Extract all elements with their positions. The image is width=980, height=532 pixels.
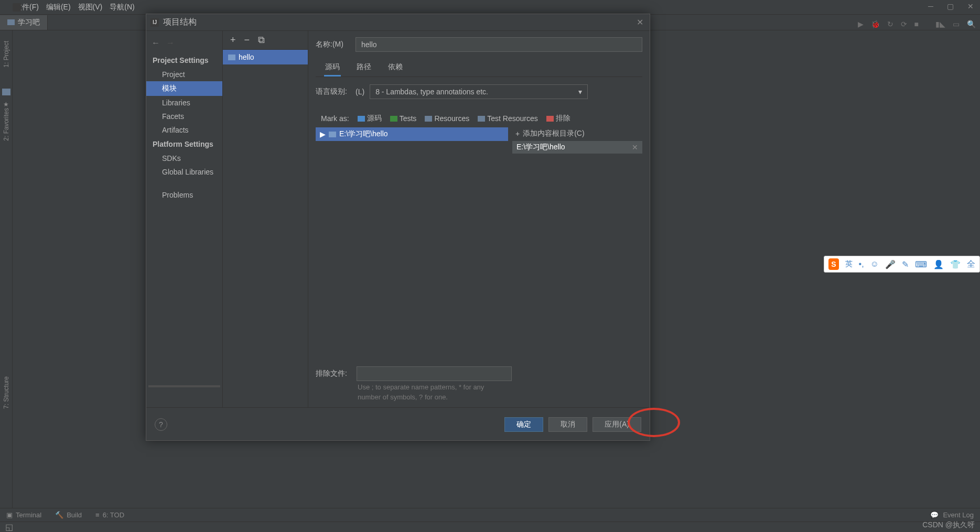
tests-folder-icon bbox=[390, 116, 397, 122]
menu-view[interactable]: 视图(V) bbox=[78, 3, 103, 12]
run-icon[interactable]: ▶ bbox=[858, 20, 864, 28]
resources-folder-icon bbox=[425, 116, 432, 122]
lang-level-label: 语言级别: bbox=[316, 87, 350, 96]
tool-todo[interactable]: ≡6: TOD bbox=[95, 511, 124, 519]
nav-facets[interactable]: Facets bbox=[146, 110, 222, 123]
ime-user-icon[interactable]: 👤 bbox=[933, 259, 944, 269]
nav-project[interactable]: Project bbox=[146, 68, 222, 81]
search-icon[interactable]: 🔍 bbox=[967, 20, 976, 28]
nav-libraries[interactable]: Libraries bbox=[146, 96, 222, 110]
scrollbar[interactable] bbox=[148, 385, 220, 387]
nav-problems[interactable]: Problems bbox=[146, 188, 222, 202]
forward-icon[interactable]: → bbox=[166, 38, 175, 48]
minimize-icon[interactable]: ─ bbox=[928, 2, 933, 10]
ime-keyboard-icon[interactable]: ⌨ bbox=[915, 259, 927, 269]
profile-icon[interactable]: ⟳ bbox=[901, 20, 907, 28]
menu-edit[interactable]: 编辑(E) bbox=[46, 3, 71, 12]
event-log[interactable]: Event Log bbox=[943, 511, 974, 519]
bottom-corner-icon[interactable]: ◱ bbox=[5, 522, 13, 532]
left-tool-gutter: 1: Project ★ 2: Favorites 7: Structure bbox=[0, 30, 13, 508]
folder-icon bbox=[7, 19, 15, 25]
language-level-select[interactable]: 8 - Lambdas, type annotations etc. ▾ bbox=[370, 84, 588, 99]
mark-sources[interactable]: 源码 bbox=[358, 114, 382, 123]
watermark: CSDN @执久呀 bbox=[922, 520, 975, 530]
mark-test-resources[interactable]: Test Resources bbox=[478, 114, 537, 123]
tab-dependencies[interactable]: 依赖 bbox=[387, 59, 404, 77]
module-label: hello bbox=[239, 53, 254, 61]
content-roots-panel: + 添加内容根目录(C) E:\学习吧\hello ✕ bbox=[512, 127, 642, 154]
ime-emoji-icon[interactable]: ☺ bbox=[870, 259, 879, 269]
ime-shirt-icon[interactable]: 👕 bbox=[950, 259, 961, 269]
coverage-icon[interactable]: ↻ bbox=[887, 20, 893, 28]
folder-icon bbox=[329, 132, 336, 137]
bookmark-icon[interactable]: ▮◣ bbox=[935, 20, 945, 28]
stop-icon[interactable]: ■ bbox=[914, 20, 919, 28]
module-item-hello[interactable]: hello bbox=[223, 50, 308, 64]
app-icon bbox=[13, 3, 21, 12]
add-module-icon[interactable]: + bbox=[230, 35, 236, 46]
maximize-icon[interactable]: ▢ bbox=[947, 2, 954, 10]
tool-terminal[interactable]: ▣Terminal bbox=[6, 511, 41, 519]
content-root-path: E:\学习吧\hello bbox=[516, 143, 565, 152]
dialog-title: 项目结构 bbox=[163, 17, 197, 28]
nav-sdks[interactable]: SDKs bbox=[146, 151, 222, 165]
breadcrumb-item[interactable]: 学习吧 bbox=[0, 15, 48, 30]
apply-button[interactable]: 应用(A) bbox=[593, 417, 641, 432]
tab-paths[interactable]: 路径 bbox=[356, 59, 372, 77]
module-name-input[interactable] bbox=[356, 37, 642, 52]
dialog-footer: ? 确定 取消 应用(A) bbox=[146, 407, 650, 441]
name-label: 名称:(M) bbox=[316, 40, 350, 49]
exclude-hint-2: number of symbols, ? for one. bbox=[316, 393, 642, 401]
module-tabs: 源码 路径 依赖 bbox=[316, 59, 642, 77]
mark-excluded[interactable]: 排除 bbox=[546, 114, 570, 123]
mark-resources[interactable]: Resources bbox=[425, 114, 469, 123]
module-list: + − ⧉ hello bbox=[223, 31, 308, 407]
exclude-hint-1: Use ; to separate name patterns, * for a… bbox=[316, 383, 642, 391]
ime-all-icon[interactable]: 全 bbox=[967, 259, 975, 270]
folder-icon[interactable] bbox=[2, 89, 10, 95]
cancel-button[interactable]: 取消 bbox=[548, 417, 587, 432]
exclude-patterns-input[interactable] bbox=[357, 366, 512, 381]
ok-button[interactable]: 确定 bbox=[504, 417, 543, 432]
remove-module-icon[interactable]: − bbox=[244, 35, 250, 46]
expand-icon[interactable]: ▶ bbox=[320, 130, 326, 138]
main-menubar: 文件(F) 编辑(E) 视图(V) 导航(N) bbox=[0, 0, 980, 15]
sources-folder-icon bbox=[358, 116, 365, 122]
ime-toolbar[interactable]: S 英 •, ☺ 🎤 ✎ ⌨ 👤 👕 全 bbox=[824, 256, 980, 273]
close-icon[interactable]: ✕ bbox=[967, 2, 974, 10]
nav-global-libs[interactable]: Global Libraries bbox=[146, 165, 222, 179]
plus-icon: + bbox=[515, 129, 520, 138]
remove-root-icon[interactable]: ✕ bbox=[632, 143, 638, 151]
ime-punct-icon[interactable]: •, bbox=[859, 259, 864, 269]
nav-artifacts[interactable]: Artifacts bbox=[146, 123, 222, 137]
event-log-icon: 💬 bbox=[930, 511, 939, 519]
box-icon[interactable]: ▭ bbox=[953, 20, 960, 28]
excluded-folder-icon bbox=[546, 116, 554, 122]
menu-nav[interactable]: 导航(N) bbox=[110, 3, 134, 12]
dialog-close-icon[interactable]: ✕ bbox=[637, 17, 643, 27]
tree-root-path: E:\学习吧\hello bbox=[339, 129, 388, 139]
mark-tests[interactable]: Tests bbox=[390, 114, 417, 123]
tree-root[interactable]: ▶ E:\学习吧\hello bbox=[316, 127, 508, 141]
ime-lang[interactable]: 英 bbox=[845, 259, 853, 269]
sogou-logo-icon: S bbox=[828, 258, 839, 270]
ime-edit-icon[interactable]: ✎ bbox=[902, 259, 909, 269]
back-icon[interactable]: ← bbox=[152, 38, 160, 48]
intellij-icon: IJ bbox=[150, 18, 159, 27]
tool-project[interactable]: 1: Project bbox=[3, 41, 10, 68]
nav-modules[interactable]: 模块 bbox=[146, 81, 222, 96]
add-content-root[interactable]: + 添加内容根目录(C) bbox=[512, 127, 642, 140]
debug-icon[interactable]: 🐞 bbox=[871, 20, 880, 28]
tab-sources[interactable]: 源码 bbox=[324, 59, 341, 77]
tool-favorites[interactable]: 2: Favorites bbox=[3, 108, 10, 141]
ime-mic-icon[interactable]: 🎤 bbox=[885, 259, 896, 269]
tool-build[interactable]: 🔨Build bbox=[55, 511, 82, 519]
help-icon[interactable]: ? bbox=[155, 418, 167, 431]
mark-as-label: Mark as: bbox=[321, 114, 349, 123]
project-structure-dialog: IJ 项目结构 ✕ ← → Project Settings Project 模… bbox=[146, 14, 650, 441]
tool-structure[interactable]: 7: Structure bbox=[3, 376, 10, 409]
content-root-item[interactable]: E:\学习吧\hello ✕ bbox=[512, 141, 642, 154]
copy-module-icon[interactable]: ⧉ bbox=[258, 35, 265, 46]
module-folder-icon bbox=[228, 55, 235, 60]
star-icon: ★ bbox=[3, 101, 9, 108]
